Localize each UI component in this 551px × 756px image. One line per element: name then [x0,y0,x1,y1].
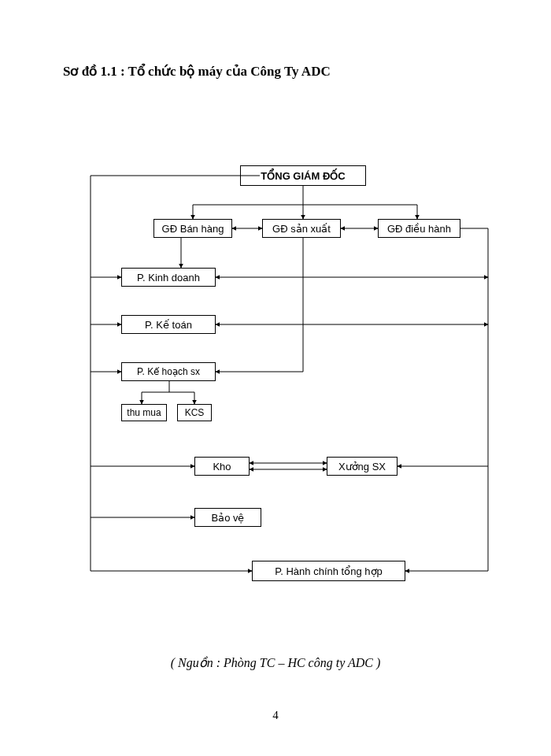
box-kho: Kho [194,457,250,476]
box-gd-banhang: GĐ Bán hàng [153,219,232,238]
box-p-ketoan: P. Kế toán [121,315,216,334]
box-p-kinhdoanh: P. Kinh doanh [121,268,216,287]
page-number: 4 [0,709,551,722]
box-p-hcth: P. Hành chính tổng hợp [252,561,405,581]
box-gd-sanxuat: GĐ sản xuất [262,219,341,238]
diagram-title: Sơ đồ 1.1 : Tổ chức bộ máy của Công Ty A… [63,63,331,80]
box-gd-dieuhanh: GĐ điều hành [378,219,460,238]
page: Sơ đồ 1.1 : Tổ chức bộ máy của Công Ty A… [0,0,551,756]
box-kcs: KCS [177,404,212,421]
org-chart: TỔNG GIÁM ĐỐC GĐ Bán hàng GĐ sản xuất GĐ… [87,165,496,614]
box-baove: Bảo vệ [194,508,261,527]
source-note: ( Nguồn : Phòng TC – HC công ty ADC ) [0,655,551,670]
box-xuongsx: Xưởng SX [327,457,398,476]
box-p-khsx: P. Kế hoạch sx [121,362,216,381]
box-thumua: thu mua [121,404,167,421]
box-ceo: TỔNG GIÁM ĐỐC [240,165,366,186]
